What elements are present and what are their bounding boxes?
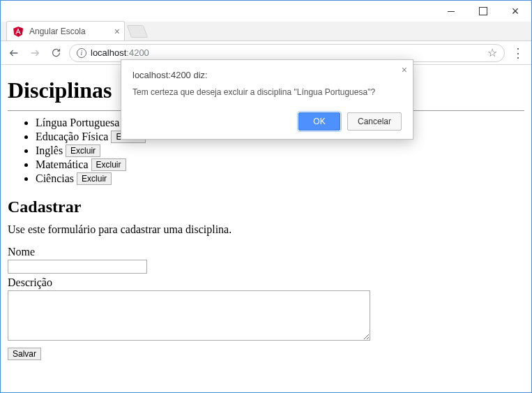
browser-tab-active[interactable]: Angular Escola × <box>6 21 125 40</box>
list-item: Ciências Excluir <box>36 172 524 185</box>
name-input[interactable] <box>8 260 147 274</box>
reload-button[interactable] <box>48 45 63 61</box>
list-item-label: Ciências <box>36 172 74 184</box>
list-item-label: Educação Física <box>36 131 108 142</box>
url-port: :4200 <box>126 47 149 58</box>
dialog-buttons: OK Cancelar <box>132 112 402 131</box>
dialog-close-icon[interactable]: × <box>402 64 407 75</box>
desc-input[interactable] <box>8 290 370 341</box>
browser-tabstrip: Angular Escola × <box>1 22 531 41</box>
dialog-message: Tem certeza que deseja excluir a discipl… <box>132 87 402 97</box>
tab-title: Angular Escola <box>29 27 86 36</box>
window-titlebar: × <box>1 1 531 22</box>
url-text: localhost:4200 <box>91 47 149 58</box>
window-maximize-button[interactable] <box>467 1 499 22</box>
site-info-icon[interactable]: i <box>77 48 86 58</box>
delete-button[interactable]: Excluir <box>66 144 100 157</box>
bookmark-star-icon[interactable]: ☆ <box>487 46 497 59</box>
dialog-ok-button[interactable]: OK <box>298 112 340 131</box>
forward-button[interactable] <box>27 45 43 61</box>
new-tab-button[interactable] <box>127 25 149 38</box>
dialog-cancel-button[interactable]: Cancelar <box>347 112 402 131</box>
save-button[interactable]: Salvar <box>8 348 41 360</box>
form-heading: Cadastrar <box>8 198 524 216</box>
list-item: Inglês Excluir <box>36 144 524 157</box>
back-button[interactable] <box>6 45 22 61</box>
list-item-label: Língua Portuguesa <box>36 117 119 128</box>
url-host: localhost <box>91 47 126 58</box>
dialog-title: localhost:4200 diz: <box>132 70 402 80</box>
list-item-label: Inglês <box>36 144 63 156</box>
arrow-right-icon <box>29 47 40 59</box>
name-label: Nome <box>8 246 524 258</box>
tab-close-icon[interactable]: × <box>114 26 120 37</box>
list-item-label: Matemática <box>36 158 89 170</box>
confirm-dialog: × localhost:4200 diz: Tem certeza que de… <box>121 59 413 140</box>
window-minimize-button[interactable] <box>435 1 467 22</box>
delete-button[interactable]: Excluir <box>77 172 112 185</box>
form-description: Use este formulário para cadastrar uma d… <box>8 223 524 236</box>
cadastro-form: Nome Descrição Salvar <box>8 246 524 360</box>
svg-marker-1 <box>18 27 23 37</box>
arrow-left-icon <box>8 47 20 59</box>
browser-menu-button[interactable]: ⋮ <box>510 45 526 61</box>
angular-icon <box>13 26 24 37</box>
list-item: Matemática Excluir <box>36 158 524 171</box>
window-close-button[interactable]: × <box>499 1 531 22</box>
delete-button[interactable]: Excluir <box>91 158 126 171</box>
reload-icon <box>51 47 61 58</box>
desc-label: Descrição <box>8 276 524 289</box>
